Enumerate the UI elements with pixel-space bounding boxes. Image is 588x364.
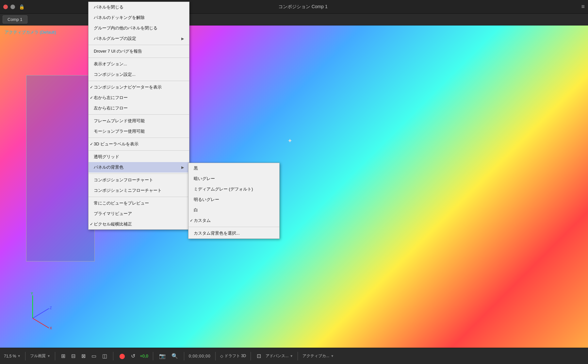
- timecode-display[interactable]: 0;00;00;00: [189, 354, 211, 358]
- plus-value: +0,0: [140, 354, 148, 358]
- separator-7: [251, 352, 251, 360]
- menu-item-view-options[interactable]: 表示オプション...: [89, 59, 189, 69]
- separator-2: [55, 352, 55, 360]
- submenu-arrow-icon: ▶: [181, 37, 184, 41]
- renderer-icon[interactable]: ⊡: [255, 352, 262, 360]
- menu-item-black[interactable]: 黒: [188, 163, 279, 174]
- menu-icon[interactable]: ≡: [581, 3, 585, 10]
- separator-8: [298, 352, 298, 360]
- menu-separator-1: [89, 45, 189, 45]
- snapshot-icon[interactable]: 📷: [158, 352, 167, 360]
- quality-control[interactable]: フル画質 ▼: [30, 353, 50, 359]
- separator-3: [113, 352, 113, 360]
- menu-item-panel-bg-color[interactable]: パネルの背景色 ▶: [89, 162, 189, 173]
- menu-item-undock-panel[interactable]: パネルのドッキングを解除: [89, 12, 189, 23]
- axes-indicator: Y Z X: [23, 292, 56, 331]
- cursor-crosshair: ✦: [287, 137, 292, 144]
- menu-item-motion-blur[interactable]: モーションブラー使用可能: [89, 126, 189, 137]
- menu-item-comp-mini-flowchart[interactable]: コンポジションミニフローチャート: [89, 185, 189, 196]
- show-snapshot-icon[interactable]: 🔍: [170, 352, 179, 360]
- menu-item-medium-gray[interactable]: ミディアムグレー (デフォルト): [188, 184, 279, 194]
- menu-item-flow-rtl[interactable]: 右から左にフロー: [89, 92, 189, 103]
- menu-separator-7: [89, 174, 189, 174]
- quality-value: フル画質: [30, 353, 46, 359]
- menu-item-close-panel[interactable]: パネルを閉じる: [89, 2, 189, 12]
- context-menu-primary: パネルを閉じる パネルのドッキングを解除 グループ内の他のパネルを閉じる パネル…: [88, 2, 189, 230]
- camera-selector[interactable]: アクティブカ... ▼: [302, 353, 334, 359]
- renderer-chevron-icon: ▼: [290, 354, 293, 358]
- menu-separator-4: [89, 114, 189, 115]
- menu-separator-8: [89, 197, 189, 197]
- svg-line-4: [33, 318, 49, 328]
- menu-item-custom[interactable]: カスタム: [188, 215, 279, 226]
- menu-separator-5: [89, 138, 189, 138]
- menu-item-transparency-grid[interactable]: 透明グリッド: [89, 152, 189, 162]
- camera-chevron-icon: ▼: [331, 354, 334, 358]
- menu-item-3d-labels[interactable]: 3D ビューラベルを表示: [89, 139, 189, 149]
- draft3d-label: ドラフト 3D: [224, 353, 246, 359]
- menu-item-show-comp-navigator[interactable]: コンポジションナビゲーターを表示: [89, 82, 189, 92]
- close-button[interactable]: [3, 5, 8, 9]
- menu-item-report-bug[interactable]: Drover 7 UI のバグを報告: [89, 46, 189, 57]
- menu-separator-2: [89, 58, 189, 58]
- minimize-button[interactable]: [10, 5, 15, 9]
- zoom-chevron-icon: ▼: [17, 354, 21, 358]
- renderer-control[interactable]: アドバンス... ▼: [266, 353, 293, 359]
- composition-box: [26, 75, 95, 261]
- quality-chevron-icon: ▼: [47, 354, 50, 358]
- menu-separator-6: [89, 150, 189, 151]
- svg-text:Z: Z: [50, 306, 52, 310]
- guides-icon[interactable]: ◫: [101, 352, 108, 360]
- svg-text:Y: Y: [31, 292, 33, 295]
- separator-4: [153, 352, 153, 360]
- menu-item-light-gray[interactable]: 明るいグレー: [188, 194, 279, 205]
- menu-item-close-other[interactable]: グループ内の他のパネルを閉じる: [89, 23, 189, 33]
- camera-selector-label: アクティブカ...: [302, 353, 329, 359]
- draft3d-control[interactable]: ◇ ドラフト 3D: [220, 353, 246, 359]
- reset-icon[interactable]: ↺: [130, 352, 137, 360]
- menu-item-choose-custom[interactable]: カスタム背景色を選択...: [188, 228, 279, 239]
- menu-item-primary-viewer[interactable]: プライマリビューア: [89, 208, 189, 219]
- submenu-separator-1: [188, 227, 279, 227]
- menu-item-white[interactable]: 白: [188, 205, 279, 215]
- color-wheel-icon[interactable]: ⬤: [118, 352, 126, 360]
- menu-item-comp-settings[interactable]: コンポジション設定...: [89, 69, 189, 80]
- svg-text:X: X: [50, 326, 52, 330]
- svg-line-2: [33, 308, 49, 318]
- menu-item-panel-group-settings[interactable]: パネルグループの設定 ▶: [89, 33, 189, 44]
- camera-label: アクティブカメラ (Default): [5, 29, 56, 35]
- separator-5: [184, 352, 184, 360]
- menu-item-pixel-aspect[interactable]: ピクセル縦横比補正: [89, 219, 189, 229]
- menu-item-dark-gray[interactable]: 暗いグレー: [188, 174, 279, 184]
- menu-item-preview-here[interactable]: 常にこのビューをプレビュー: [89, 198, 189, 208]
- bottombar: 71,5 % ▼ フル画質 ▼ ⊞ ⊟ ⊠ ▭ ◫ ⬤ ↺ +0,0 📷 🔍 0…: [0, 348, 588, 364]
- renderer-label: アドバンス...: [266, 353, 288, 359]
- menu-item-frame-blend[interactable]: フレームブレンド使用可能: [89, 116, 189, 126]
- preview-icon[interactable]: ⊟: [70, 352, 77, 360]
- resolution-icon[interactable]: ⊞: [60, 352, 67, 360]
- context-menu-sub: 黒 暗いグレー ミディアムグレー (デフォルト) 明るいグレー 白 カスタム カ…: [188, 163, 280, 239]
- lock-icon: 🔒: [19, 4, 24, 9]
- menu-item-flow-ltr[interactable]: 左から右にフロー: [89, 103, 189, 113]
- grid-icon[interactable]: ⊠: [80, 352, 87, 360]
- separator-6: [215, 352, 216, 360]
- menu-separator-3: [89, 81, 189, 81]
- zoom-value: 71,5 %: [4, 354, 16, 358]
- separator-1: [25, 352, 25, 360]
- tab-comp1[interactable]: Comp 1: [3, 15, 27, 24]
- menu-item-comp-flowchart[interactable]: コンポジションフローチャート: [89, 175, 189, 185]
- draft3d-icon: ◇: [220, 354, 223, 358]
- zoom-control[interactable]: 71,5 % ▼: [4, 354, 21, 358]
- submenu-arrow-bg-icon: ▶: [181, 165, 184, 170]
- rulers-icon[interactable]: ▭: [90, 352, 98, 360]
